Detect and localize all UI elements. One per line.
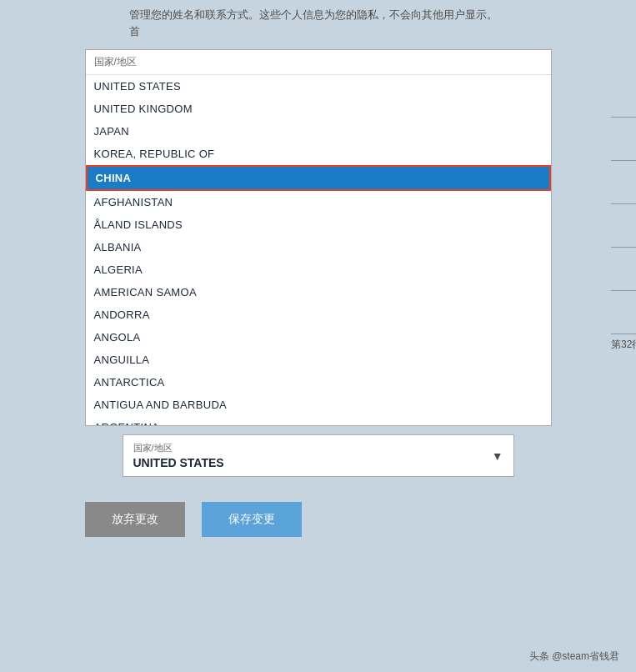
dropdown-arrow-icon: ▼	[492, 449, 503, 463]
watermark: 头条 @steam省钱君	[529, 649, 619, 664]
right-side-decoration: 第32行	[611, 74, 636, 352]
dropdown-list[interactable]: 国家/地区 UNITED STATESUNITED KINGDOMJAPANKO…	[85, 49, 552, 426]
right-label: 第32行	[611, 334, 636, 352]
dropdown-item-antigua-barbuda[interactable]: ANTIGUA AND BARBUDA	[86, 394, 551, 416]
dropdown-item-united-states[interactable]: UNITED STATES	[86, 75, 551, 98]
right-line-1	[611, 74, 636, 118]
dropdown-item-aland-islands[interactable]: ÅLAND ISLANDS	[86, 213, 551, 236]
current-selection-value: UNITED STATES	[133, 456, 503, 469]
dropdown-item-andorra[interactable]: ANDORRA	[86, 303, 551, 326]
right-line-5	[611, 248, 636, 291]
dropdown-item-argentina[interactable]: ARGENTINA	[86, 416, 551, 425]
dropdown-item-american-samoa[interactable]: AMERICAN SAMOA	[86, 281, 551, 303]
dropdown-item-china[interactable]: CHINA	[86, 165, 551, 191]
buttons-area: 放弃更改 保存变更	[85, 502, 552, 537]
dropdown-items[interactable]: UNITED STATESUNITED KINGDOMJAPANKOREA, R…	[86, 75, 551, 425]
dropdown-item-anguilla[interactable]: ANGUILLA	[86, 349, 551, 371]
page-container: 管理您的姓名和联系方式。这些个人信息为您的隐私，不会向其他用户显示。首 国家/地…	[0, 0, 636, 672]
main-content: 国家/地区 UNITED STATESUNITED KINGDOMJAPANKO…	[0, 49, 636, 537]
discard-button[interactable]: 放弃更改	[85, 502, 185, 537]
dropdown-item-antarctica[interactable]: ANTARCTICA	[86, 371, 551, 394]
header-description: 管理您的姓名和联系方式。这些个人信息为您的隐私，不会向其他用户显示。首	[0, 0, 636, 49]
current-selection-label: 国家/地区	[133, 442, 503, 454]
dropdown-header: 国家/地区	[86, 50, 551, 75]
right-line-6	[611, 291, 636, 334]
dropdown-item-albania[interactable]: ALBANIA	[86, 236, 551, 258]
save-button[interactable]: 保存变更	[202, 502, 302, 537]
dropdown-item-afghanistan[interactable]: AFGHANISTAN	[86, 191, 551, 213]
right-line-4	[611, 204, 636, 248]
current-selection-box[interactable]: 国家/地区 UNITED STATES ▼	[123, 434, 514, 477]
right-line-3	[611, 161, 636, 204]
dropdown-item-algeria[interactable]: ALGERIA	[86, 258, 551, 281]
dropdown-item-angola[interactable]: ANGOLA	[86, 326, 551, 349]
dropdown-item-united-kingdom[interactable]: UNITED KINGDOM	[86, 98, 551, 120]
right-line-2	[611, 118, 636, 161]
dropdown-item-japan[interactable]: JAPAN	[86, 120, 551, 143]
dropdown-item-korea-republic[interactable]: KOREA, REPUBLIC OF	[86, 143, 551, 165]
dropdown-container: 国家/地区 UNITED STATESUNITED KINGDOMJAPANKO…	[85, 49, 552, 426]
